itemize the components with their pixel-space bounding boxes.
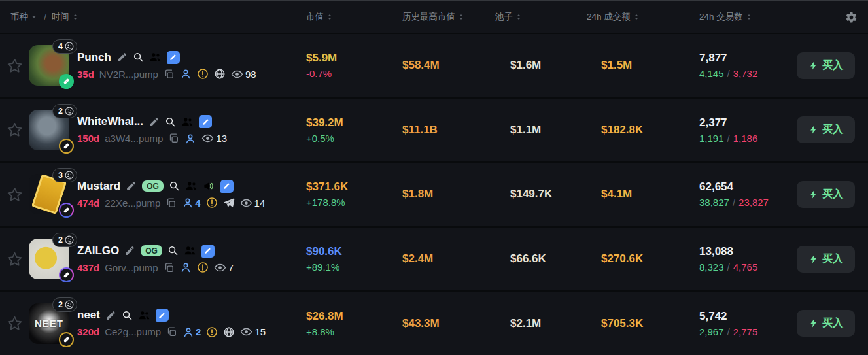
copy-icon[interactable] bbox=[164, 262, 175, 273]
sort-icon[interactable] bbox=[632, 12, 641, 22]
holders-group-icon[interactable] bbox=[138, 309, 150, 322]
sort-icon[interactable] bbox=[71, 12, 80, 22]
dev-profile-icon[interactable]: 2 bbox=[182, 326, 201, 338]
market-cap-change: +8.8% bbox=[306, 326, 373, 337]
token-address[interactable]: NV2R...pump bbox=[99, 69, 158, 80]
token-avatar[interactable]: 3 bbox=[29, 174, 69, 214]
globe-icon[interactable] bbox=[214, 68, 226, 80]
buy-button[interactable]: 买入 bbox=[797, 52, 855, 79]
chevron-down-icon[interactable] bbox=[29, 12, 39, 22]
edit-pencil-icon[interactable] bbox=[148, 116, 160, 127]
dev-profile-icon[interactable]: 4 bbox=[182, 197, 200, 209]
warning-icon[interactable] bbox=[197, 262, 209, 273]
edit-pencil-icon[interactable] bbox=[126, 180, 137, 192]
favorite-star-icon[interactable] bbox=[7, 58, 23, 74]
holders-group-icon[interactable] bbox=[184, 245, 196, 257]
edit-pencil-icon[interactable] bbox=[105, 310, 116, 321]
sort-icon[interactable] bbox=[744, 12, 754, 22]
sort-icon[interactable] bbox=[325, 12, 334, 22]
col-mcap-header[interactable]: 市值 bbox=[306, 11, 324, 23]
buy-button[interactable]: 买入 bbox=[797, 181, 855, 208]
avatar-count: 2 bbox=[58, 107, 63, 116]
avatar-count: 4 bbox=[58, 42, 63, 51]
search-icon[interactable] bbox=[167, 245, 179, 256]
avatar-count-badge[interactable]: 3 bbox=[52, 168, 77, 182]
holders-group-icon[interactable] bbox=[181, 116, 194, 128]
favorite-star-icon[interactable] bbox=[7, 315, 23, 331]
token-name[interactable]: WhiteWhal... bbox=[77, 115, 143, 128]
avatar-count-badge[interactable]: 2 bbox=[52, 104, 77, 118]
token-avatar[interactable]: 2 bbox=[29, 239, 69, 279]
sort-icon[interactable] bbox=[514, 12, 523, 22]
dev-profile-icon[interactable] bbox=[180, 262, 192, 273]
ath-value: $58.4M bbox=[402, 59, 440, 71]
tx-sells: 23,827 bbox=[738, 197, 769, 208]
search-icon[interactable] bbox=[165, 116, 176, 127]
avatar-count-badge[interactable]: 2 bbox=[52, 233, 77, 247]
favorite-star-icon[interactable] bbox=[7, 186, 23, 203]
market-cap-value: $39.2M bbox=[306, 116, 373, 129]
pool-value: $149.7K bbox=[510, 188, 552, 201]
buy-button[interactable]: 买入 bbox=[797, 246, 855, 273]
copy-icon[interactable] bbox=[164, 69, 175, 80]
dev-profile-icon[interactable] bbox=[180, 68, 192, 80]
lightning-bolt-icon bbox=[808, 125, 818, 135]
favorite-star-icon[interactable] bbox=[7, 122, 23, 138]
megaphone-icon[interactable] bbox=[203, 180, 215, 192]
note-edit-icon[interactable] bbox=[201, 245, 215, 258]
settings-gear-icon[interactable] bbox=[845, 11, 858, 24]
edit-pencil-icon[interactable] bbox=[124, 245, 135, 256]
note-edit-icon[interactable] bbox=[220, 180, 234, 193]
favorite-star-icon[interactable] bbox=[7, 251, 23, 267]
warning-icon[interactable] bbox=[197, 68, 209, 80]
col-ath-header[interactable]: 历史最高市值 bbox=[402, 11, 455, 23]
token-address[interactable]: Ce2g...pump bbox=[105, 326, 161, 337]
copy-icon[interactable] bbox=[165, 197, 177, 209]
token-name[interactable]: neet bbox=[77, 309, 100, 322]
dev-profile-icon[interactable] bbox=[184, 133, 196, 144]
col-token-header[interactable]: 币种 bbox=[10, 11, 28, 23]
warning-icon[interactable] bbox=[206, 197, 218, 209]
buy-button[interactable]: 买入 bbox=[797, 310, 855, 337]
meme-face-icon bbox=[63, 298, 76, 311]
col-tx-header[interactable]: 24h 交易数 bbox=[699, 11, 743, 23]
copy-icon[interactable] bbox=[166, 326, 177, 337]
note-edit-icon[interactable] bbox=[199, 115, 212, 128]
token-name[interactable]: Mustard bbox=[77, 180, 120, 193]
holders-group-icon[interactable] bbox=[185, 180, 198, 192]
warning-icon[interactable] bbox=[206, 326, 218, 338]
copy-icon[interactable] bbox=[168, 133, 179, 144]
buy-button[interactable]: 买入 bbox=[797, 116, 855, 143]
sort-icon[interactable] bbox=[457, 12, 466, 22]
edit-pencil-icon[interactable] bbox=[116, 52, 128, 63]
market-cap-change: +89.1% bbox=[306, 262, 373, 273]
token-avatar[interactable]: NEET 2 bbox=[29, 303, 69, 344]
search-icon[interactable] bbox=[122, 310, 133, 321]
token-avatar[interactable]: 4 bbox=[29, 45, 69, 86]
note-edit-icon[interactable] bbox=[167, 51, 180, 64]
meme-face-icon bbox=[63, 41, 76, 53]
avatar-count-badge[interactable]: 2 bbox=[52, 297, 77, 312]
token-name[interactable]: ZAILGO bbox=[77, 245, 119, 258]
globe-icon[interactable] bbox=[223, 326, 235, 338]
holders-group-icon[interactable] bbox=[149, 51, 162, 63]
meme-face-icon bbox=[63, 169, 76, 182]
token-name[interactable]: Punch bbox=[77, 51, 111, 64]
token-avatar[interactable]: 2 bbox=[29, 110, 69, 150]
ath-value: $1.8M bbox=[402, 188, 433, 200]
col-time-header[interactable]: 时间 bbox=[52, 11, 69, 23]
token-address[interactable]: a3W4...pump bbox=[105, 133, 163, 144]
eye-icon bbox=[214, 262, 226, 274]
token-address[interactable]: 22Xe...pump bbox=[105, 197, 160, 209]
tx-total: 13,088 bbox=[699, 245, 778, 258]
telegram-icon[interactable] bbox=[223, 197, 235, 209]
token-address[interactable]: Gorv...pump bbox=[105, 262, 158, 273]
col-pool-header[interactable]: 池子 bbox=[495, 11, 513, 23]
col-volume-header[interactable]: 24h 成交额 bbox=[587, 11, 631, 23]
search-icon[interactable] bbox=[133, 52, 144, 63]
capsule-icon bbox=[62, 77, 71, 86]
watchers-indicator: 13 bbox=[201, 132, 227, 144]
search-icon[interactable] bbox=[169, 180, 180, 192]
note-edit-icon[interactable] bbox=[156, 309, 169, 322]
avatar-count-badge[interactable]: 4 bbox=[52, 39, 77, 54]
